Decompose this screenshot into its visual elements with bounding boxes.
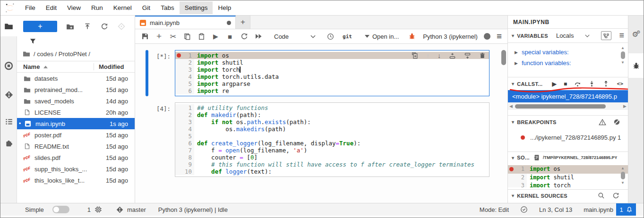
debugger-bug-icon[interactable]: [408, 33, 416, 41]
breakpoint-gutter[interactable]: [508, 174, 515, 182]
file-row-readme-txt[interactable]: README.txt15d ago: [17, 141, 135, 152]
scroll-down-icon[interactable]: ▼: [621, 60, 625, 65]
notebook-tab[interactable]: main.ipynb: [135, 16, 236, 29]
scroll-down-icon[interactable]: ▼: [621, 181, 625, 185]
breakpoint-gutter[interactable]: [175, 126, 182, 133]
git-clone-icon[interactable]: [117, 23, 125, 31]
deactivate-breakpoints-icon[interactable]: [613, 118, 620, 126]
insert-cell-above-icon[interactable]: [449, 52, 456, 59]
menu-edit[interactable]: Edit: [41, 1, 62, 14]
breadcrumb[interactable]: / codes / ProtoPNet /: [17, 46, 135, 61]
table-of-contents-icon[interactable]: [0, 111, 17, 132]
refresh-icon[interactable]: [100, 23, 108, 31]
collapse-caret-icon[interactable]: ▾: [512, 33, 514, 38]
expand-caret-icon[interactable]: ▶: [515, 61, 518, 66]
restart-run-all-icon[interactable]: [254, 33, 262, 41]
tree-view-button[interactable]: [601, 31, 611, 40]
debugger-tab-icon[interactable]: [628, 53, 644, 78]
menu-help[interactable]: Help: [213, 1, 236, 14]
breakpoint-gutter[interactable]: [175, 140, 182, 147]
breakpoint-item[interactable]: .../ipykernel_728/872146895.py 1: [508, 128, 628, 147]
menu-kernel[interactable]: Kernel: [108, 1, 137, 14]
variable-group-special-variables-[interactable]: ▶special variables:: [508, 47, 628, 58]
step-over-icon[interactable]: [574, 80, 581, 87]
source-scrollbar[interactable]: ▲ ▼: [619, 166, 626, 185]
kernel-status-text[interactable]: Python 3 (ipykernel) | Idle: [158, 206, 228, 213]
property-inspector-icon[interactable]: ⚙⚙: [628, 22, 644, 47]
breakpoint-gutter[interactable]: [175, 80, 182, 87]
breakpoint-gutter[interactable]: [175, 52, 182, 59]
file-row-supp-this-looks-[interactable]: PDFsupp_this_looks_...15d ago: [17, 163, 135, 175]
terminate-icon[interactable]: ■: [564, 81, 567, 87]
mode-indicator[interactable]: Mode: Edit: [480, 206, 509, 213]
notification-badge[interactable]: 1: [616, 203, 636, 216]
copy-cells-icon[interactable]: [183, 33, 191, 41]
breakpoint-gutter[interactable]: [175, 87, 182, 94]
callstack-frame[interactable]: <module> ipykernel_728/872146895.p: [508, 90, 628, 102]
source-section-header[interactable]: ▾ SO... /TMP/IPYKERNEL_728/872146895.PY: [508, 151, 628, 163]
file-row-poster-pdf[interactable]: PDFposter.pdf15d ago: [17, 129, 135, 141]
git-toolbar-label[interactable]: git: [343, 34, 352, 40]
breakpoint-gutter[interactable]: [175, 133, 182, 140]
menu-settings[interactable]: Settings: [180, 1, 213, 14]
new-folder-icon[interactable]: [66, 23, 74, 31]
breakpoint-gutter[interactable]: [175, 66, 182, 73]
step-out-icon[interactable]: [602, 80, 610, 87]
kernel-sources-section-header[interactable]: ▾ KERNEL SOURCES: [508, 189, 628, 201]
variables-section-header[interactable]: ▾ VARIABLES Locals ≡: [508, 29, 628, 43]
scroll-up-icon[interactable]: ▲: [621, 166, 625, 170]
menu-tabs[interactable]: Tabs: [155, 1, 180, 14]
breakpoint-gutter[interactable]: [175, 154, 182, 161]
variable-group-function-variables-[interactable]: ▶function variables:: [508, 58, 628, 68]
collapse-caret-icon[interactable]: ▾: [512, 119, 514, 125]
active-file-name[interactable]: main.ipynb: [584, 206, 613, 213]
notebook-scrollbar[interactable]: [501, 50, 506, 65]
code-cell-2[interactable]: [4]: 1## utility functions2def makedir(p…: [135, 102, 507, 177]
code-cell-1[interactable]: [*]: 1import os2import shutil3import tor…: [135, 50, 507, 96]
file-row-slides-pdf[interactable]: PDFslides.pdf15d ago: [17, 152, 135, 163]
refresh-icon[interactable]: [612, 192, 619, 199]
menu-run[interactable]: Run: [86, 1, 108, 14]
breakpoints-section-header[interactable]: ▾ BREAKPOINTS: [508, 115, 628, 128]
open-source-file-icon[interactable]: [533, 154, 540, 161]
paste-cells-icon[interactable]: [197, 33, 206, 41]
cell-2-editor[interactable]: 1## utility functions2def makedir(path):…: [175, 102, 489, 177]
file-row-license[interactable]: LICENSE20h ago: [17, 107, 135, 118]
open-in-dropdown[interactable]: Open in...: [365, 33, 399, 40]
insert-cell-below-icon[interactable]: [464, 52, 471, 59]
running-kernels-icon[interactable]: [0, 55, 17, 76]
insert-cell-icon[interactable]: +: [155, 33, 163, 41]
breakpoint-gutter[interactable]: [175, 118, 182, 126]
delete-cell-icon[interactable]: [479, 52, 486, 59]
breakpoint-gutter[interactable]: [175, 168, 182, 175]
variables-scrollbar[interactable]: ▲ ▼: [619, 46, 626, 65]
file-row-this-looks-like-t-[interactable]: PDFthis_looks_like_t...15d ago: [17, 175, 135, 186]
cell-type-dropdown[interactable]: Code: [274, 33, 316, 40]
menu-file[interactable]: File: [20, 1, 41, 14]
breakpoint-gutter[interactable]: [175, 104, 182, 111]
file-browser-tab-icon[interactable]: [0, 16, 17, 36]
collapse-caret-icon[interactable]: ▾: [512, 155, 514, 160]
upload-icon[interactable]: [83, 23, 91, 31]
cut-cells-icon[interactable]: ✂: [169, 33, 177, 41]
breakpoint-gutter[interactable]: [508, 165, 515, 174]
file-row-main-ipynb[interactable]: •main.ipynb1s ago: [17, 118, 135, 129]
move-cell-down-icon[interactable]: ↓: [438, 52, 441, 59]
table-view-icon[interactable]: ≡: [619, 31, 624, 41]
kernel-name-button[interactable]: Python 3 (ipykernel): [423, 33, 478, 40]
restart-kernel-icon[interactable]: [240, 33, 248, 41]
breakpoint-gutter[interactable]: [175, 111, 182, 118]
collapse-caret-icon[interactable]: ▾: [512, 81, 514, 86]
source-viewer[interactable]: 1import os2import shutil3import torch ▲ …: [508, 165, 628, 187]
column-header-name[interactable]: Name: [17, 63, 94, 70]
duplicate-cell-icon[interactable]: [412, 52, 418, 59]
cursor-position[interactable]: Ln 3, Col 13: [539, 206, 572, 213]
breakpoint-gutter[interactable]: [175, 59, 182, 66]
cell-1-editor[interactable]: 1import os2import shutil3import torch4im…: [175, 50, 489, 96]
extensions-icon[interactable]: [0, 133, 17, 154]
scroll-right-icon[interactable]: ▶: [623, 104, 627, 109]
continue-icon[interactable]: ▶: [552, 81, 557, 87]
toolbar-overflow-icon[interactable]: ≡: [497, 31, 502, 42]
menu-view[interactable]: View: [62, 1, 86, 14]
breakpoint-dot[interactable]: [509, 167, 514, 171]
